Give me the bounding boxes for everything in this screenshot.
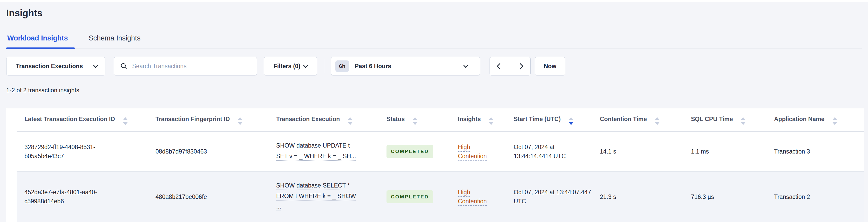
sort-icon[interactable]: [489, 117, 494, 125]
tab-bar: Workload Insights Schema Insights: [6, 34, 862, 49]
insights-cell: High Contention: [458, 172, 514, 222]
now-button[interactable]: Now: [535, 57, 565, 75]
chevron-right-icon: [517, 63, 523, 69]
search-icon: [120, 63, 127, 70]
statement-cell: SHOW database SELECT * FROM t WHERE k = …: [276, 172, 386, 222]
transaction-type-dropdown[interactable]: Transaction Executions: [6, 57, 105, 75]
column-header-application-name[interactable]: Application Name: [774, 108, 864, 132]
insight-link[interactable]: High Contention: [458, 142, 493, 161]
time-range-label: Past 6 Hours: [355, 63, 392, 70]
table-row: 452da3e7-e7fa-4801-aa40-c59988d14eb6 480…: [17, 172, 864, 222]
statement-link[interactable]: SHOW database UPDATE t SET v = _ WHERE k…: [276, 141, 379, 161]
column-header-insights[interactable]: Insights: [458, 108, 514, 132]
contention-time-cell: 21.3 s: [600, 172, 691, 222]
results-summary: 1-2 of 2 transaction insights: [6, 87, 862, 94]
status-cell: COMPLETED: [386, 172, 458, 222]
status-badge: COMPLETED: [386, 190, 433, 203]
time-range-picker[interactable]: 6h Past 6 Hours: [331, 57, 480, 75]
table-row: 328729d2-ff19-4408-8531-b05a5b4e43c7 08d…: [17, 132, 864, 172]
fingerprint-id-cell: 08d8b7d97f830463: [155, 132, 276, 172]
sort-icon[interactable]: [123, 117, 128, 125]
prev-time-button[interactable]: [490, 57, 510, 75]
sort-icon[interactable]: [655, 117, 660, 125]
column-header-sql-cpu-time[interactable]: SQL CPU Time: [691, 108, 774, 132]
tab-schema-insights[interactable]: Schema Insights: [88, 34, 142, 49]
column-header-contention-time[interactable]: Contention Time: [600, 108, 691, 132]
sort-icon[interactable]: [741, 117, 746, 125]
time-pager: [490, 57, 531, 75]
chevron-down-icon: [463, 63, 468, 68]
status-cell: COMPLETED: [386, 132, 458, 172]
sql-cpu-time-cell: 716.3 µs: [691, 172, 774, 222]
insights-table-card: Latest Transaction Execution ID Transact…: [6, 108, 864, 222]
page-title: Insights: [6, 8, 862, 19]
chevron-down-icon: [93, 63, 98, 68]
tab-workload-insights[interactable]: Workload Insights: [6, 34, 69, 49]
sort-icon[interactable]: [347, 117, 353, 125]
next-time-button[interactable]: [510, 57, 531, 75]
search-box[interactable]: [114, 57, 257, 75]
status-badge: COMPLETED: [386, 145, 433, 158]
sort-icon[interactable]: [412, 117, 417, 125]
application-name-cell: Transaction 3: [774, 132, 864, 172]
column-header-transaction-execution[interactable]: Transaction Execution: [276, 108, 386, 132]
fingerprint-id-cell: 480a8b217be006fe: [155, 172, 276, 222]
time-range-badge: 6h: [335, 60, 349, 72]
sort-icon[interactable]: [832, 117, 837, 125]
insight-link[interactable]: High Contention: [458, 188, 493, 205]
chevron-left-icon: [497, 63, 503, 69]
column-header-transaction-fingerprint-id[interactable]: Transaction Fingerprint ID: [155, 108, 276, 132]
now-button-label: Now: [544, 63, 557, 70]
application-name-cell: Transaction 2: [774, 172, 864, 222]
sort-icon[interactable]: [568, 117, 574, 125]
insights-table: Latest Transaction Execution ID Transact…: [17, 108, 864, 222]
execution-id-cell: 328729d2-ff19-4408-8531-b05a5b4e43c7: [17, 132, 155, 172]
toolbar: Transaction Executions Filters (0) 6h Pa…: [6, 57, 862, 75]
filters-button[interactable]: Filters (0): [264, 57, 317, 75]
transaction-type-dropdown-value: Transaction Executions: [16, 63, 83, 70]
contention-time-cell: 14.1 s: [600, 132, 691, 172]
sort-icon[interactable]: [238, 117, 243, 125]
start-time-cell: Oct 07, 2024 at 13:44:07.447 UTC: [514, 172, 600, 222]
toolbar-divider: [324, 59, 324, 73]
window-top-strip: [0, 0, 868, 2]
statement-cell: SHOW database UPDATE t SET v = _ WHERE k…: [276, 132, 386, 172]
search-input[interactable]: [132, 63, 250, 70]
start-time-cell: Oct 07, 2024 at 13:44:14.4414 UTC: [514, 132, 600, 172]
column-header-start-time[interactable]: Start Time (UTC): [514, 108, 600, 132]
statement-link[interactable]: SHOW database SELECT * FROM t WHERE k = …: [276, 181, 379, 211]
table-header-row: Latest Transaction Execution ID Transact…: [17, 108, 864, 132]
sql-cpu-time-cell: 1.1 ms: [691, 132, 774, 172]
insights-cell: High Contention: [458, 132, 514, 172]
execution-id-cell: 452da3e7-e7fa-4801-aa40-c59988d14eb6: [17, 172, 155, 222]
chevron-down-icon: [304, 63, 308, 68]
column-header-latest-transaction-execution-id[interactable]: Latest Transaction Execution ID: [17, 108, 155, 132]
filters-button-label: Filters (0): [274, 63, 301, 70]
column-header-status[interactable]: Status: [386, 108, 458, 132]
